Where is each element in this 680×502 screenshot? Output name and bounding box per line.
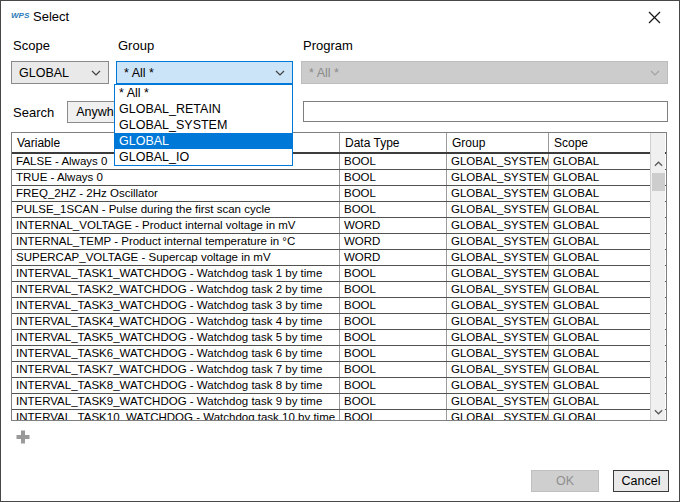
cell-data-type: BOOL	[340, 410, 447, 420]
close-button[interactable]	[637, 1, 671, 33]
group-option[interactable]: GLOBAL_RETAIN	[115, 101, 292, 117]
cell-data-type: BOOL	[340, 394, 447, 409]
cell-data-type: BOOL	[340, 186, 447, 201]
table-row[interactable]: INTERVAL_TASK8_WATCHDOG - Watchdog task …	[12, 378, 666, 394]
scope-combobox[interactable]: GLOBAL	[11, 61, 109, 84]
program-value: * All *	[309, 66, 650, 80]
group-combobox[interactable]: * All *	[116, 61, 293, 84]
table-row[interactable]: FREQ_2HZ - 2Hz OscillatorBOOLGLOBAL_SYST…	[12, 186, 666, 202]
cell-variable: INTERVAL_TASK1_WATCHDOG - Watchdog task …	[12, 266, 340, 281]
group-option[interactable]: GLOBAL	[115, 133, 292, 149]
cell-scope: GLOBAL	[549, 362, 652, 377]
cell-group: GLOBAL_SYSTEM	[447, 362, 549, 377]
column-header-scope[interactable]: Scope	[549, 133, 652, 152]
table-row[interactable]: INTERVAL_TASK10_WATCHDOG - Watchdog task…	[12, 410, 666, 420]
table-row[interactable]: INTERVAL_TASK2_WATCHDOG - Watchdog task …	[12, 282, 666, 298]
table-row[interactable]: INTERNAL_TEMP - Product internal tempera…	[12, 234, 666, 250]
scope-value: GLOBAL	[19, 66, 91, 80]
search-input[interactable]	[303, 101, 668, 122]
cell-data-type: BOOL	[340, 202, 447, 217]
plus-icon	[15, 429, 31, 445]
cell-variable: FREQ_2HZ - 2Hz Oscillator	[12, 186, 340, 201]
cell-variable: INTERNAL_TEMP - Product internal tempera…	[12, 234, 340, 249]
cell-scope: GLOBAL	[549, 330, 652, 345]
cell-group: GLOBAL_SYSTEM	[447, 202, 549, 217]
ok-label: OK	[556, 474, 574, 488]
program-label: Program	[303, 38, 353, 53]
cell-data-type: BOOL	[340, 346, 447, 361]
table-header: Variable Data Type Group Scope	[12, 133, 666, 154]
cell-variable: INTERVAL_TASK7_WATCHDOG - Watchdog task …	[12, 362, 340, 377]
cell-variable: INTERVAL_TASK6_WATCHDOG - Watchdog task …	[12, 346, 340, 361]
cell-data-type: BOOL	[340, 266, 447, 281]
table-row[interactable]: TRUE - Always 0BOOLGLOBAL_SYSTEMGLOBAL	[12, 170, 666, 186]
cell-variable: INTERVAL_TASK9_WATCHDOG - Watchdog task …	[12, 394, 340, 409]
table-row[interactable]: INTERVAL_TASK7_WATCHDOG - Watchdog task …	[12, 362, 666, 378]
cell-group: GLOBAL_SYSTEM	[447, 298, 549, 313]
scope-label: Scope	[13, 38, 50, 53]
add-variable-button[interactable]	[13, 427, 33, 447]
program-combobox: * All *	[301, 61, 668, 84]
cancel-button[interactable]: Cancel	[613, 470, 669, 492]
cell-variable: INTERNAL_VOLTAGE - Product internal volt…	[12, 218, 340, 233]
close-icon	[648, 11, 661, 24]
table-row[interactable]: INTERNAL_VOLTAGE - Product internal volt…	[12, 218, 666, 234]
cell-scope: GLOBAL	[549, 314, 652, 329]
group-option[interactable]: GLOBAL_IO	[115, 149, 292, 165]
table-row[interactable]: FALSE - Always 0BOOLGLOBAL_SYSTEMGLOBAL	[12, 154, 666, 170]
cell-variable: TRUE - Always 0	[12, 170, 340, 185]
scrollbar-thumb[interactable]	[652, 173, 665, 191]
table-row[interactable]: INTERVAL_TASK6_WATCHDOG - Watchdog task …	[12, 346, 666, 362]
chevron-down-icon	[275, 70, 285, 76]
cell-data-type: BOOL	[340, 362, 447, 377]
scroll-down-button[interactable]	[651, 404, 666, 419]
group-label: Group	[118, 38, 154, 53]
group-option[interactable]: * All *	[115, 85, 292, 101]
cancel-label: Cancel	[622, 474, 661, 488]
group-value: * All *	[124, 66, 275, 80]
cell-data-type: BOOL	[340, 314, 447, 329]
vertical-scrollbar[interactable]	[650, 133, 665, 420]
cell-scope: GLOBAL	[549, 202, 652, 217]
cell-data-type: BOOL	[340, 154, 447, 169]
cell-variable: PULSE_1SCAN - Pulse during the first sca…	[12, 202, 340, 217]
cell-group: GLOBAL_SYSTEM	[447, 410, 549, 420]
table-row[interactable]: SUPERCAP_VOLTAGE - Supercap voltage in m…	[12, 250, 666, 266]
table-row[interactable]: INTERVAL_TASK1_WATCHDOG - Watchdog task …	[12, 266, 666, 282]
table-row[interactable]: INTERVAL_TASK3_WATCHDOG - Watchdog task …	[12, 298, 666, 314]
title-bar: WPS Select	[1, 1, 679, 33]
cell-variable: SUPERCAP_VOLTAGE - Supercap voltage in m…	[12, 250, 340, 265]
cell-group: GLOBAL_SYSTEM	[447, 394, 549, 409]
column-header-data-type[interactable]: Data Type	[340, 133, 447, 152]
chevron-down-icon	[91, 70, 101, 76]
group-option[interactable]: GLOBAL_SYSTEM	[115, 117, 292, 133]
cell-group: GLOBAL_SYSTEM	[447, 250, 549, 265]
chevron-down-icon	[654, 409, 663, 415]
cell-group: GLOBAL_SYSTEM	[447, 282, 549, 297]
ok-button[interactable]: OK	[531, 470, 599, 492]
cell-data-type: BOOL	[340, 378, 447, 393]
column-header-group[interactable]: Group	[447, 133, 549, 152]
cell-scope: GLOBAL	[549, 410, 652, 420]
cell-scope: GLOBAL	[549, 266, 652, 281]
table-row[interactable]: INTERVAL_TASK9_WATCHDOG - Watchdog task …	[12, 394, 666, 410]
scroll-up-button[interactable]	[651, 156, 666, 171]
wps-logo-icon: WPS	[11, 11, 29, 20]
window-title: Select	[33, 9, 69, 24]
table-row[interactable]: INTERVAL_TASK5_WATCHDOG - Watchdog task …	[12, 330, 666, 346]
table-row[interactable]: PULSE_1SCAN - Pulse during the first sca…	[12, 202, 666, 218]
cell-group: GLOBAL_SYSTEM	[447, 186, 549, 201]
cell-variable: INTERVAL_TASK3_WATCHDOG - Watchdog task …	[12, 298, 340, 313]
cell-group: GLOBAL_SYSTEM	[447, 218, 549, 233]
cell-scope: GLOBAL	[549, 378, 652, 393]
cell-data-type: BOOL	[340, 298, 447, 313]
cell-scope: GLOBAL	[549, 250, 652, 265]
table-row[interactable]: INTERVAL_TASK4_WATCHDOG - Watchdog task …	[12, 314, 666, 330]
group-dropdown-list: * All *GLOBAL_RETAINGLOBAL_SYSTEMGLOBALG…	[114, 84, 293, 166]
cell-data-type: BOOL	[340, 330, 447, 345]
chevron-down-icon	[650, 70, 660, 76]
cell-data-type: BOOL	[340, 282, 447, 297]
search-label: Search	[13, 105, 54, 120]
cell-variable: INTERVAL_TASK10_WATCHDOG - Watchdog task…	[12, 410, 340, 420]
cell-group: GLOBAL_SYSTEM	[447, 154, 549, 169]
